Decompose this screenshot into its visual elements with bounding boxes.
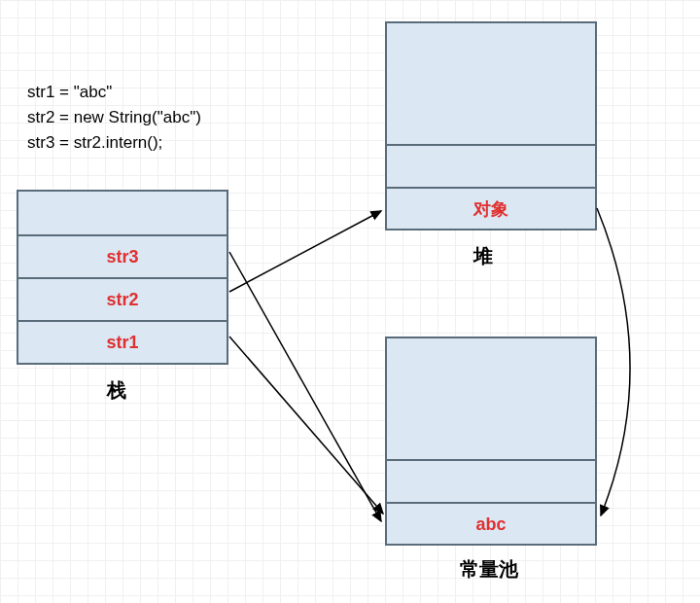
stack-row-str3: str3	[18, 234, 227, 277]
heap-label: 堆	[473, 243, 493, 269]
stack-row-str2: str2	[18, 277, 227, 320]
heap-row-object: 对象	[387, 187, 595, 230]
pool-row-abc: abc	[387, 502, 595, 545]
pool-box: abc	[385, 337, 597, 546]
stack-box: str3 str2 str1	[17, 190, 228, 365]
stack-row-empty	[18, 192, 227, 234]
arrow-str2-to-heap	[229, 211, 381, 292]
code-block: str1 = "abc" str2 = new String("abc") st…	[27, 80, 201, 156]
heap-row-1	[387, 144, 595, 187]
pool-row-0	[387, 338, 595, 459]
pool-row-1	[387, 459, 595, 502]
stack-row-str1: str1	[18, 320, 227, 363]
arrow-str1-to-pool	[229, 337, 383, 514]
heap-box: 对象	[385, 21, 597, 231]
arrow-str3-to-pool	[229, 252, 381, 521]
pool-label: 常量池	[460, 556, 518, 583]
arrow-heap-to-pool	[597, 208, 630, 515]
code-line-2: str2 = new String("abc")	[27, 105, 201, 130]
stack-label: 栈	[107, 377, 126, 404]
code-line-3: str3 = str2.intern();	[27, 130, 201, 156]
heap-row-0	[387, 23, 595, 144]
code-line-1: str1 = "abc"	[27, 80, 201, 105]
